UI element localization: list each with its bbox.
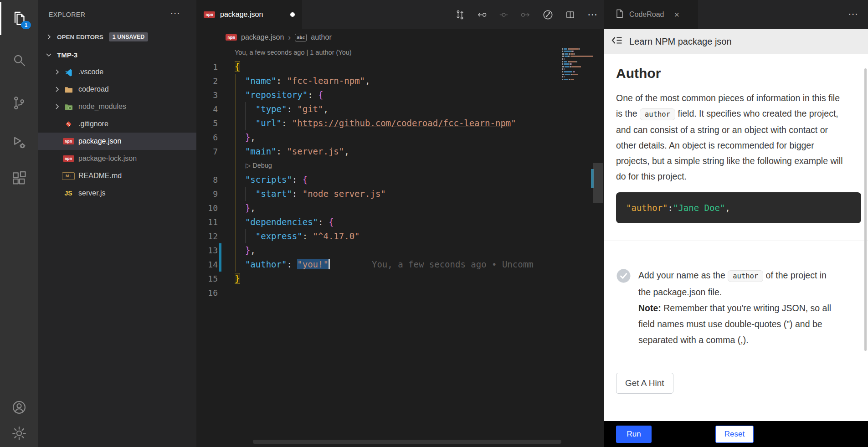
chevron-right-icon[interactable] [51,86,62,93]
code-token: , [324,104,329,114]
code-line[interactable]: 4 "type": "git", [196,102,604,116]
minimap-line [562,81,593,82]
tab-coderoad[interactable]: CodeRoad × [604,0,698,29]
code-line[interactable]: 15} [196,272,604,286]
modified-dot-icon[interactable] [290,12,295,17]
current-change-icon[interactable] [499,10,508,20]
run-debug-icon[interactable] [0,126,38,159]
code-token: "git" [297,104,323,114]
code-line[interactable]: 14 "author": "you!"You, a few seconds ag… [196,257,604,272]
compare-changes-icon[interactable] [455,10,465,20]
code-token: : [287,259,297,269]
get-hint-button[interactable]: Get A Hint [616,373,673,394]
coderoad-tab-label: CodeRoad [629,10,664,19]
panel-more-actions-icon[interactable]: ⋯ [848,8,858,20]
file-label: node_modules [78,103,126,111]
close-icon[interactable]: × [674,10,680,20]
activity-bar: 1 [0,0,38,447]
code-line[interactable]: 2 "name": "fcc-learn-npm", [196,74,604,88]
minimap-line [562,63,593,65]
code-line[interactable]: 16 [196,286,604,300]
run-button[interactable]: Run [616,426,652,443]
file-row--gitignore[interactable]: .gitignore [38,115,196,133]
horizontal-scrollbar[interactable] [253,440,561,444]
vertical-scrollbar[interactable] [593,163,603,203]
previous-change-icon[interactable] [477,10,487,20]
timeline-icon[interactable] [543,10,553,20]
file-label: README.md [78,172,122,180]
javascript-icon: JS [62,189,74,197]
chevron-right-icon [43,33,54,41]
code-editor[interactable]: You, a few seconds ago | 1 author (You)1… [196,46,604,300]
chevron-right-icon[interactable] [51,103,62,110]
file-row-package-json[interactable]: npmpackage.json [38,133,196,150]
section-paragraph: One of the most common pieces of informa… [616,90,848,184]
code-line[interactable]: 10 }, [196,201,604,215]
inline-code-chip: author [640,108,675,120]
code-line[interactable]: 9 "start": "node server.js" [196,187,604,201]
code-token: "repository" [245,90,308,100]
source-control-icon[interactable] [0,87,38,119]
code-line[interactable]: 5 "url": "https://github.com/coderoad/fc… [196,116,604,130]
code-line[interactable]: 8 "scripts": { [196,173,604,187]
minimap-line [562,46,593,47]
code-token: "author" [245,259,287,269]
code-token: "author" [626,203,668,213]
breadcrumb-symbol[interactable]: author [311,33,331,41]
chevron-right-icon: › [288,33,291,42]
code-token: : [277,76,287,86]
search-icon[interactable] [0,44,38,77]
code-token [235,203,245,213]
code-line[interactable]: 12 "express": "^4.17.0" [196,229,604,243]
breadcrumb-file[interactable]: package.json [241,33,284,41]
file-row-package-lock-json[interactable]: npmpackage-lock.json [38,150,196,167]
outline-toc-icon[interactable] [611,36,623,47]
tutorial-title: Learn NPM package json [629,36,732,47]
code-token [235,146,245,156]
reset-button[interactable]: Reset [715,426,754,443]
codelens-row[interactable]: You, a few seconds ago | 1 author (You) [196,46,604,60]
code-line[interactable]: 13 }, [196,243,604,257]
extensions-icon[interactable] [0,162,38,195]
workspace-root-folder[interactable]: TMP-3 [38,46,196,63]
code-token: , [344,146,349,156]
code-token [235,132,245,142]
vscode-icon [62,68,74,77]
tab-package-json[interactable]: npm package.json [196,0,302,29]
code-line[interactable]: 11 "dependencies": { [196,215,604,229]
explorer-icon[interactable]: 1 [0,2,38,35]
more-actions-icon[interactable]: ⋯ [587,9,597,21]
code-token [235,245,245,255]
gutter [218,187,235,201]
chevron-right-icon[interactable] [51,68,62,76]
open-editors-section[interactable]: OPEN EDITORS 1 UNSAVED [38,28,196,46]
split-editor-icon[interactable] [565,10,575,20]
file-row-server-js[interactable]: JSserver.js [38,185,196,202]
code-line[interactable]: 6 }, [196,130,604,144]
code-token: https://github.com/coderoad/fcc-learn-np… [297,118,511,128]
panel-scrollbar[interactable] [864,68,867,351]
code-line[interactable]: 3 "repository": { [196,88,604,102]
file-row--vscode[interactable]: .vscode [38,63,196,81]
folder-icon [62,85,74,94]
tutorial-header: Learn NPM package json [604,29,868,54]
code-token [235,217,245,227]
minimap-line [562,53,593,55]
file-label: coderoad [78,85,109,93]
npm-icon: npm [226,34,237,41]
next-change-icon[interactable] [521,10,530,20]
code-token: : [277,146,287,156]
file-row-readme-md[interactable]: M↓README.md [38,167,196,185]
settings-icon[interactable] [0,417,38,447]
code-token: : [318,217,329,227]
explorer-more-actions-icon[interactable]: ⋯ [170,7,180,19]
file-row-coderoad[interactable]: coderoad [38,81,196,98]
text-segment: Remember that you're writing JSON, so al… [638,303,831,345]
line-number: 14 [196,257,218,272]
activity-badge: 1 [21,21,31,29]
minimap[interactable] [562,46,593,87]
code-line[interactable]: 1{ [196,60,604,74]
codelens-row[interactable]: ▷ Debug [196,159,604,173]
code-line[interactable]: 7 "main": "server.js", [196,144,604,159]
file-row-node-modules[interactable]: node_modules [38,98,196,115]
